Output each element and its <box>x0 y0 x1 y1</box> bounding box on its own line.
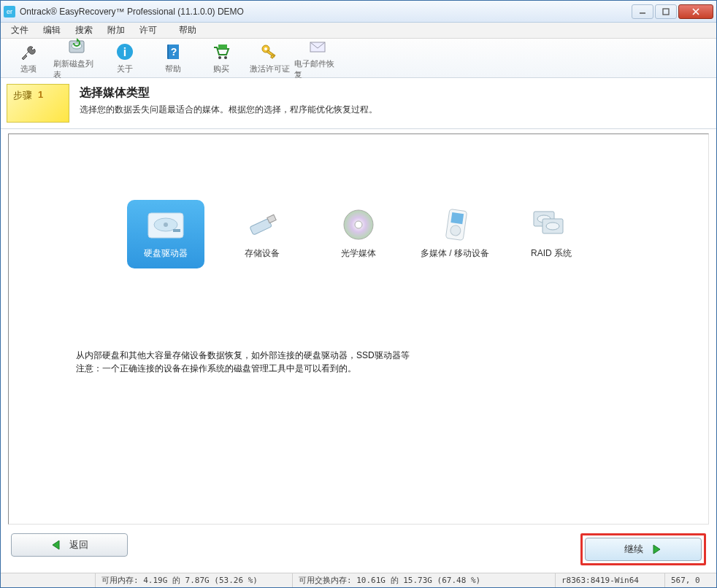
svg-text:i: i <box>123 46 126 58</box>
tool-about-label: 关于 <box>117 63 133 74</box>
status-build: r8363:8419-Win64 <box>556 573 665 587</box>
ipod-icon <box>433 207 477 242</box>
menu-addon[interactable]: 附加 <box>101 23 131 38</box>
hint-line1: 从内部硬盘和其他大容量存储设备数据恢复，如外部连接的硬盘驱动器，SSD驱动器等 <box>76 349 641 362</box>
step-description: 选择您的数据丢失问题最适合的媒体。根据您的选择，程序能优化恢复过程。 <box>80 104 709 116</box>
tool-buy-label: 购买 <box>213 63 229 74</box>
tool-activate-label: 激活许可证 <box>250 63 290 74</box>
help-book-icon: ? <box>163 42 183 62</box>
tool-about[interactable]: i 关于 <box>101 40 148 77</box>
step-text: 选择媒体类型 选择您的数据丢失问题最适合的媒体。根据您的选择，程序能优化恢复过程… <box>75 78 716 128</box>
svg-marker-36 <box>653 545 660 554</box>
media-storage[interactable]: 存储设备 <box>223 200 301 268</box>
svg-point-34 <box>546 223 559 230</box>
svg-rect-23 <box>173 229 180 232</box>
tool-email[interactable]: 电子邮件恢复 <box>294 40 341 77</box>
step-number: 1 <box>38 89 43 100</box>
drive-refresh-icon <box>66 36 87 57</box>
minimize-button[interactable] <box>632 4 653 19</box>
menu-license[interactable]: 许可 <box>134 23 163 38</box>
app-icon: er <box>4 6 15 18</box>
back-button[interactable]: 返回 <box>11 533 128 557</box>
media-hdd-label: 硬盘驱动器 <box>144 248 188 260</box>
arrow-left-icon <box>50 539 62 551</box>
mail-icon <box>307 36 328 57</box>
window-title: Ontrack® EasyRecovery™ Professional (11.… <box>20 7 632 17</box>
info-icon: i <box>115 42 135 62</box>
media-hdd[interactable]: 硬盘驱动器 <box>127 200 204 268</box>
statusbar: 可用内存: 4.19G 的 7.87G (53.26 %) 可用交换内存: 10… <box>1 573 716 587</box>
app-window: er Ontrack® EasyRecovery™ Professional (… <box>0 0 717 588</box>
tool-options[interactable]: 选项 <box>5 40 52 77</box>
close-button[interactable] <box>678 4 713 19</box>
status-pos: 567, 0 <box>665 573 716 587</box>
step-header: 步骤 1 选择媒体类型 选择您的数据丢失问题最适合的媒体。根据您的选择，程序能优… <box>1 78 716 129</box>
cart-icon <box>211 42 231 62</box>
svg-point-16 <box>264 47 267 50</box>
raid-icon <box>529 207 573 242</box>
tool-refresh-label: 刷新磁盘列表 <box>53 58 100 80</box>
step-title: 选择媒体类型 <box>80 85 709 101</box>
continue-highlight: 继续 <box>580 533 706 565</box>
media-multimedia-label: 多媒体 / 移动设备 <box>421 248 489 260</box>
close-icon <box>691 8 700 15</box>
hint-text: 从内部硬盘和其他大容量存储设备数据恢复，如外部连接的硬盘驱动器，SSD驱动器等 … <box>16 349 701 375</box>
tool-buy[interactable]: 购买 <box>198 40 245 77</box>
tool-help-label: 帮助 <box>165 63 181 74</box>
tool-activate[interactable]: 激活许可证 <box>246 40 293 77</box>
toolbar: 选项 刷新磁盘列表 i 关于 ? 帮助 购买 <box>1 39 716 78</box>
media-raid[interactable]: RAID 系统 <box>513 200 590 268</box>
main-panel: 硬盘驱动器 存储设备 光学媒体 多媒体 / 移动设备 <box>8 134 709 525</box>
svg-point-12 <box>218 56 221 59</box>
step-label: 步骤 <box>13 89 32 102</box>
tool-options-label: 选项 <box>20 63 37 74</box>
titlebar: er Ontrack® EasyRecovery™ Professional (… <box>1 1 716 23</box>
menubar: 文件 编辑 搜索 附加 许可 帮助 <box>1 23 716 39</box>
media-storage-label: 存储设备 <box>245 248 280 260</box>
window-controls <box>632 4 713 19</box>
hint-line2: 注意：一个正确连接的设备在操作系统的磁盘管理工具中是可以看到的。 <box>76 362 641 375</box>
svg-text:?: ? <box>171 46 177 58</box>
svg-point-27 <box>355 221 362 228</box>
back-label: 返回 <box>69 538 88 552</box>
svg-point-22 <box>164 223 168 227</box>
step-badge: 步骤 1 <box>7 84 69 123</box>
minimize-icon <box>639 8 646 15</box>
disc-icon <box>337 207 380 242</box>
menu-file[interactable]: 文件 <box>5 23 34 38</box>
media-optical[interactable]: 光学媒体 <box>320 200 397 268</box>
wrench-icon <box>18 42 39 62</box>
status-swap: 可用交换内存: 10.61G 的 15.73G (67.48 %) <box>293 573 556 587</box>
continue-label: 继续 <box>624 543 643 556</box>
svg-rect-1 <box>663 9 669 15</box>
media-optical-label: 光学媒体 <box>341 248 376 260</box>
svg-rect-14 <box>218 45 227 49</box>
tool-refresh[interactable]: 刷新磁盘列表 <box>53 40 100 77</box>
tool-email-label: 电子邮件恢复 <box>294 58 341 80</box>
tool-help[interactable]: ? 帮助 <box>150 40 196 77</box>
hdd-icon <box>144 207 188 242</box>
menu-edit[interactable]: 编辑 <box>37 23 66 38</box>
media-raid-label: RAID 系统 <box>531 248 572 260</box>
usb-icon <box>240 207 284 242</box>
media-multimedia[interactable]: 多媒体 / 移动设备 <box>416 200 494 268</box>
arrow-right-icon <box>651 543 662 555</box>
svg-rect-29 <box>450 212 464 224</box>
maximize-icon <box>662 8 670 15</box>
continue-button[interactable]: 继续 <box>585 538 702 561</box>
svg-point-13 <box>224 56 227 59</box>
maximize-button[interactable] <box>655 4 677 19</box>
status-memory: 可用内存: 4.19G 的 7.87G (53.26 %) <box>96 573 293 587</box>
status-pad <box>1 573 96 587</box>
key-icon <box>259 42 280 62</box>
menu-help[interactable]: 帮助 <box>173 23 202 38</box>
svg-marker-35 <box>53 541 59 549</box>
media-type-row: 硬盘驱动器 存储设备 光学媒体 多媒体 / 移动设备 <box>16 200 701 268</box>
nav-row: 返回 继续 <box>1 527 716 573</box>
